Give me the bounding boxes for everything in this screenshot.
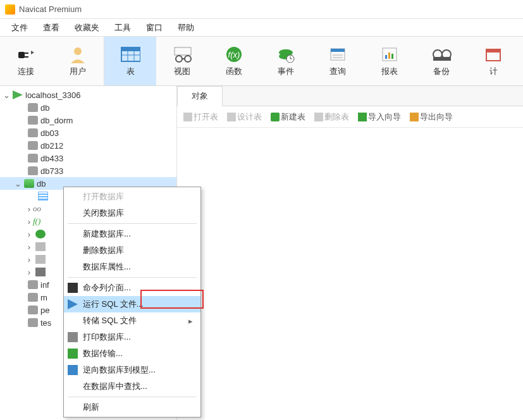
svg-rect-21 xyxy=(331,49,345,52)
chevron-down-icon[interactable]: ⌄ xyxy=(14,179,22,188)
ctx-divider xyxy=(68,277,197,278)
db-label: pe xyxy=(40,306,49,315)
ctx-new-db[interactable]: 新建数据库... xyxy=(64,226,200,242)
toolbar: 连接 用户 表 视图 f(x) 函数 事件 查询 xyxy=(0,37,523,86)
database-icon xyxy=(28,166,38,175)
database-icon xyxy=(28,116,38,125)
ctx-divider xyxy=(68,397,197,397)
app-icon xyxy=(5,4,15,15)
toolbar-table[interactable]: 表 xyxy=(104,37,156,85)
context-menu: 打开数据库 关闭数据库 新建数据库... 删除数据库 数据库属性... 命令列介… xyxy=(63,187,201,417)
plus-icon xyxy=(271,113,280,121)
import-icon xyxy=(358,113,367,121)
title-bar: Navicat Premium xyxy=(0,0,523,19)
svg-rect-9 xyxy=(175,47,191,55)
tree-db[interactable]: db_dorm xyxy=(0,114,176,127)
delete-table-button[interactable]: 删除表 xyxy=(314,111,349,123)
tree-db[interactable]: db433 xyxy=(0,152,176,164)
ctx-print-db[interactable]: 打印数据库... xyxy=(64,329,200,345)
ctx-cli[interactable]: 命令列介面... xyxy=(64,280,200,296)
db-label: db212 xyxy=(40,141,63,151)
fx-icon: f(x) xyxy=(224,46,244,63)
database-icon xyxy=(28,293,38,302)
ctx-db-props[interactable]: 数据库属性... xyxy=(64,259,200,275)
clock-icon xyxy=(276,46,296,63)
terminal-icon xyxy=(68,283,78,293)
db-label: db xyxy=(37,179,46,188)
chevron-right-icon[interactable]: › xyxy=(25,268,33,277)
menu-tools[interactable]: 工具 xyxy=(107,20,138,36)
ctx-open-db: 打开数据库 xyxy=(64,188,200,205)
ctx-refresh[interactable]: 刷新 xyxy=(64,399,200,416)
report-icon xyxy=(379,46,400,63)
ctx-delete-db[interactable]: 删除数据库 xyxy=(64,242,200,259)
event-icon xyxy=(35,230,46,238)
menu-favorites[interactable]: 收藏夹 xyxy=(67,20,107,36)
toolbar-query[interactable]: 查询 xyxy=(312,37,364,85)
transfer-icon xyxy=(68,349,78,359)
svg-rect-30 xyxy=(433,57,451,61)
ctx-reverse-model[interactable]: 逆向数据库到模型... xyxy=(64,362,200,378)
database-icon xyxy=(28,103,38,112)
database-icon xyxy=(28,280,38,289)
svg-rect-27 xyxy=(391,54,393,59)
db-label: db xyxy=(40,103,49,113)
tree-db[interactable]: db733 xyxy=(0,164,176,177)
chevron-down-icon[interactable]: ⌄ xyxy=(3,90,10,100)
toolbar-report[interactable]: 报表 xyxy=(364,37,415,85)
toolbar-user-label: 用户 xyxy=(70,66,86,77)
database-icon xyxy=(28,306,38,314)
connection-icon xyxy=(13,90,23,99)
database-icon xyxy=(28,128,38,137)
toolbar-view[interactable]: 视图 xyxy=(156,37,208,85)
import-wizard-button[interactable]: 导入向导 xyxy=(358,111,401,123)
menu-view[interactable]: 查看 xyxy=(35,20,67,36)
open-icon xyxy=(183,113,192,121)
toolbar-backup[interactable]: 备份 xyxy=(415,37,467,85)
ctx-close-db[interactable]: 关闭数据库 xyxy=(64,205,200,221)
chevron-right-icon[interactable]: › xyxy=(25,230,33,239)
toolbar-function[interactable]: f(x) 函数 xyxy=(208,37,260,85)
menu-file[interactable]: 文件 xyxy=(4,20,35,36)
ctx-run-sql[interactable]: 运行 SQL 文件... xyxy=(64,296,200,312)
toolbar-schedule[interactable]: 计 xyxy=(467,37,519,85)
chevron-right-icon[interactable]: › xyxy=(25,217,33,226)
export-wizard-button[interactable]: 导出向导 xyxy=(410,111,453,123)
db-label: m xyxy=(40,293,47,302)
design-table-button[interactable]: 设计表 xyxy=(227,111,262,123)
ctx-find-in-db[interactable]: 在数据库中查找... xyxy=(64,378,200,395)
open-table-button[interactable]: 打开表 xyxy=(183,111,218,123)
ctx-data-transfer[interactable]: 数据传输... xyxy=(64,345,200,362)
query-icon xyxy=(328,46,348,63)
export-icon xyxy=(410,113,419,121)
chevron-right-icon[interactable]: › xyxy=(25,242,33,252)
toolbar-connect-label: 连接 xyxy=(18,66,34,77)
chevron-right-icon[interactable]: › xyxy=(25,204,33,214)
database-icon xyxy=(28,141,38,150)
submenu-arrow-icon: ▸ xyxy=(188,316,193,326)
object-toolbar: 打开表 设计表 新建表 删除表 导入向导 导出向导 xyxy=(177,106,523,128)
db-label: inf xyxy=(40,280,49,290)
tree-db[interactable]: db xyxy=(0,101,176,114)
toolbar-event-label: 事件 xyxy=(278,66,294,77)
svg-rect-5 xyxy=(121,47,140,51)
toolbar-backup-label: 备份 xyxy=(433,66,450,77)
ctx-dump-sql[interactable]: 转储 SQL 文件▸ xyxy=(64,312,200,329)
calendar-icon xyxy=(483,46,503,63)
toolbar-event[interactable]: 事件 xyxy=(260,37,312,85)
db-label: db03 xyxy=(40,128,59,138)
connection-label: localhost_3306 xyxy=(25,90,80,100)
tables-icon xyxy=(38,192,48,201)
menu-window[interactable]: 窗口 xyxy=(138,20,170,36)
tree-connection[interactable]: ⌄ localhost_3306 xyxy=(0,89,176,101)
tree-db[interactable]: db03 xyxy=(0,127,176,139)
chevron-right-icon[interactable]: › xyxy=(25,255,33,264)
tree-db[interactable]: db212 xyxy=(0,139,176,152)
plug-icon xyxy=(16,46,36,63)
user-icon xyxy=(68,46,88,63)
menu-help[interactable]: 帮助 xyxy=(170,20,202,36)
toolbar-user[interactable]: 用户 xyxy=(52,37,104,85)
tab-objects[interactable]: 对象 xyxy=(177,86,223,106)
new-table-button[interactable]: 新建表 xyxy=(271,111,305,123)
toolbar-connect[interactable]: 连接 xyxy=(0,37,52,85)
